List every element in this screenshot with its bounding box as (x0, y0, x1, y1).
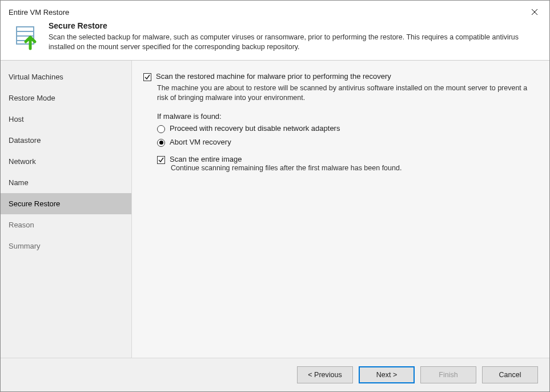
nav-item-host[interactable]: Host (1, 109, 131, 130)
wizard-window: Entire VM Restore Secure Restore Scan th… (0, 0, 550, 392)
scan-checkbox-row: Scan the restored machine for malware pr… (143, 72, 535, 81)
nav-item-name[interactable]: Name (1, 172, 131, 193)
scan-entire-checkbox[interactable] (157, 156, 165, 164)
next-button[interactable]: Next > (359, 366, 415, 383)
page-title: Secure Restore (49, 21, 538, 30)
scan-entire-label: Scan the entire image (170, 155, 242, 163)
checkmark-icon (144, 74, 150, 80)
radio-abort-label: Abort VM recovery (170, 138, 231, 146)
scan-entire-description: Continue scanning remaining files after … (171, 164, 535, 172)
nav-item-virtual-machines[interactable]: Virtual Machines (1, 66, 131, 87)
nav-item-datastore[interactable]: Datastore (1, 130, 131, 151)
scan-malware-label: Scan the restored machine for malware pr… (156, 72, 391, 81)
nav-sidebar: Virtual Machines Restore Mode Host Datas… (1, 61, 132, 358)
nav-item-network[interactable]: Network (1, 151, 131, 172)
header-text: Secure Restore Scan the selected backup … (49, 21, 538, 52)
finish-button: Finish (420, 366, 476, 383)
scan-entire-row: Scan the entire image (157, 155, 535, 164)
radio-proceed-label: Proceed with recovery but disable networ… (170, 124, 340, 133)
wizard-body: Virtual Machines Restore Mode Host Datas… (1, 60, 549, 358)
scan-malware-checkbox[interactable] (143, 73, 151, 81)
radio-abort-recovery[interactable] (157, 139, 165, 147)
wizard-header: Secure Restore Scan the selected backup … (1, 21, 549, 60)
previous-button[interactable]: < Previous (297, 366, 353, 383)
titlebar: Entire VM Restore (1, 1, 549, 21)
checkmark-icon (158, 157, 164, 163)
nav-item-reason[interactable]: Reason (1, 214, 131, 235)
window-title: Entire VM Restore (9, 8, 69, 17)
close-icon (531, 9, 538, 15)
malware-found-label: If malware is found: (157, 112, 535, 121)
cancel-button[interactable]: Cancel (482, 366, 538, 383)
radio-row-abort: Abort VM recovery (157, 138, 535, 147)
scan-malware-description: The machine you are about to restore wil… (157, 83, 535, 103)
content-panel: Scan the restored machine for malware pr… (132, 61, 549, 358)
radio-proceed-disable-network[interactable] (157, 125, 165, 133)
nav-item-secure-restore[interactable]: Secure Restore (1, 193, 131, 214)
nav-item-summary[interactable]: Summary (1, 235, 131, 257)
wizard-footer: < Previous Next > Finish Cancel (1, 358, 549, 391)
radio-row-proceed: Proceed with recovery but disable networ… (157, 124, 535, 133)
nav-item-restore-mode[interactable]: Restore Mode (1, 87, 131, 109)
secure-restore-icon (13, 23, 41, 51)
close-button[interactable] (525, 5, 544, 19)
page-description: Scan the selected backup for malware, su… (49, 33, 538, 52)
